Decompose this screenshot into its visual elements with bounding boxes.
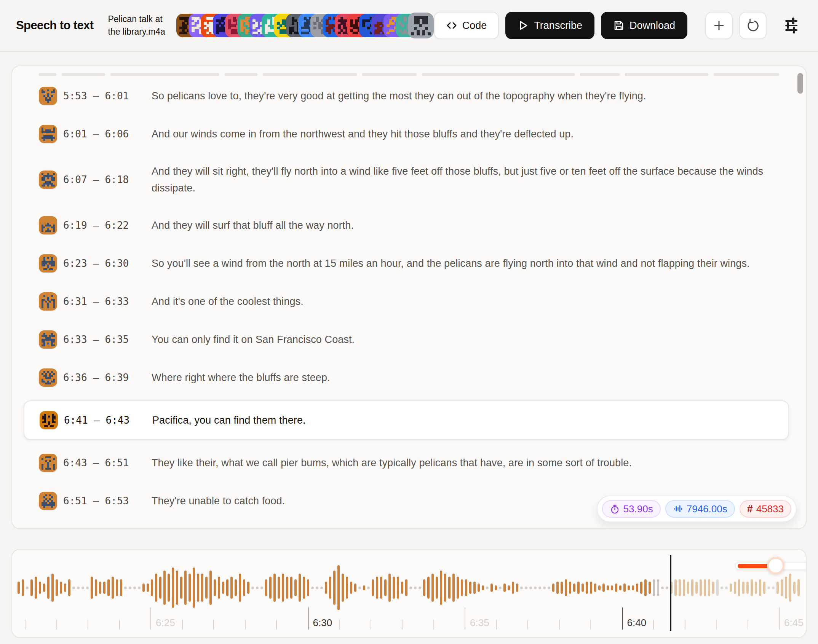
waveform-bar: [184, 571, 187, 605]
waveform-bar: [793, 582, 796, 594]
waveform-bar: [529, 587, 532, 589]
waveform-bar: [230, 577, 233, 599]
zoom-slider[interactable]: [735, 562, 807, 570]
waveform-footer: 6:256:306:356:406:45: [11, 549, 807, 638]
waveform-bar: [358, 587, 361, 589]
segment-time-range: 6:31 – 6:33: [63, 296, 133, 307]
transcript-rows: 5:53 – 6:01So pelicans love to, they're …: [12, 71, 806, 520]
waveform-bar: [781, 579, 783, 596]
waveform-bar: [763, 582, 765, 594]
timeline-minor-tick: [653, 620, 654, 630]
waveform-bar: [640, 582, 642, 594]
play-icon: [518, 20, 529, 31]
waveform-bar: [590, 582, 592, 594]
settings-sliders-icon[interactable]: [781, 15, 802, 36]
download-button-label: Download: [629, 20, 675, 32]
stopwatch-icon: [610, 504, 620, 514]
waveform-bar: [120, 579, 122, 596]
segment-identicon: [39, 292, 57, 311]
zoom-slider-knob[interactable]: [767, 557, 784, 574]
segment-identicon: [39, 330, 57, 349]
transcript-row[interactable]: 5:53 – 6:01So pelicans love to, they're …: [39, 77, 779, 115]
waveform-bar: [452, 574, 455, 602]
waveform-bar: [738, 579, 740, 596]
waveform-bar: [384, 579, 387, 596]
waveform-bar: [427, 577, 430, 599]
waveform-bar: [772, 587, 775, 589]
hash-icon: #: [747, 503, 753, 515]
waveform-bar: [201, 574, 203, 602]
waveform-seek-area[interactable]: [18, 559, 800, 616]
waveform-bar: [95, 579, 97, 596]
waveform-bar: [51, 574, 54, 602]
segment-text: And they will sit right, they'll fly nor…: [152, 163, 779, 196]
waveform-bar: [615, 583, 617, 592]
transcript-row[interactable]: 6:36 – 6:39Where right where the bluffs …: [39, 359, 779, 397]
waveform-bar: [18, 582, 20, 594]
model-avatar[interactable]: [408, 13, 434, 38]
timeline-label: 6:25: [156, 617, 175, 629]
timeline-minor-tick: [339, 620, 340, 630]
waveform-bar: [60, 582, 62, 594]
waveform-bar: [401, 582, 403, 594]
reset-button[interactable]: [739, 12, 767, 39]
waveform-bar: [708, 579, 710, 596]
waveform-bar: [107, 579, 110, 596]
transcript-row[interactable]: 6:07 – 6:18And they will sit right, they…: [39, 153, 779, 206]
transcript-row[interactable]: 6:33 – 6:35You can only find it on San F…: [39, 320, 779, 359]
segment-text: And it's one of the coolest things.: [152, 293, 304, 310]
audio-filename: Pelican talk at the library.m4a: [108, 13, 172, 38]
waveform-bar: [103, 582, 105, 594]
waveform-bar: [704, 579, 706, 596]
segment-identicon: [39, 454, 57, 472]
waveform-bar: [751, 579, 753, 596]
waveform-bar: [712, 582, 714, 594]
token-count-value: 45833: [756, 503, 784, 515]
code-icon: [446, 20, 457, 31]
code-button[interactable]: Code: [434, 12, 499, 39]
segment-identicon: [40, 411, 58, 429]
waveform-bar: [649, 582, 651, 594]
waveform-bar: [380, 577, 382, 599]
transcript-row[interactable]: 6:01 – 6:06And our winds come in from th…: [39, 115, 779, 153]
waveform-bar: [151, 579, 153, 596]
scrollbar-thumb[interactable]: [797, 73, 803, 94]
highlighted-segment-card[interactable]: 6:41 – 6:43Pacifica, you can find them t…: [24, 400, 789, 440]
waveform-bar: [251, 587, 254, 589]
segment-text: So you'll see a wind from the north at 1…: [152, 255, 750, 272]
timeline-minor-tick: [371, 620, 371, 630]
transcript-row[interactable]: 6:43 – 6:51They like their, what we call…: [39, 444, 779, 482]
transcript-row[interactable]: 6:19 – 6:22And they will surf that bluff…: [39, 206, 779, 244]
transcript-row[interactable]: 6:31 – 6:33And it's one of the coolest t…: [39, 282, 779, 320]
segment-time-range: 6:41 – 6:43: [64, 414, 133, 426]
segment-identicon: [39, 368, 57, 387]
waveform-bar: [644, 579, 647, 596]
transcribe-button[interactable]: Transcribe: [505, 12, 594, 39]
waveform-bar: [64, 583, 66, 592]
transcript-row[interactable]: 6:41 – 6:43Pacifica, you can find them t…: [40, 406, 778, 435]
waveform-bar: [320, 587, 323, 589]
timeline-minor-tick: [276, 620, 277, 630]
timeline-minor-tick: [402, 620, 403, 630]
timeline-minor-tick: [716, 620, 717, 630]
waveform-bar: [290, 577, 292, 599]
playhead[interactable]: [670, 555, 671, 631]
waveform-bar: [503, 583, 506, 592]
transcribe-button-label: Transcribe: [534, 20, 582, 32]
waveform-bar: [142, 583, 145, 592]
waveform-bar: [235, 579, 237, 596]
timeline-minor-tick: [245, 620, 246, 630]
timeline-minor-tick: [433, 620, 434, 630]
waveform-bar: [260, 587, 263, 589]
waveform-bar: [721, 587, 723, 589]
transcript-row[interactable]: 6:23 – 6:30So you'll see a wind from the…: [39, 244, 779, 282]
waveform-bar: [273, 574, 276, 602]
waveform-bar: [716, 579, 719, 596]
add-button[interactable]: [705, 12, 733, 39]
duration-badge: 53.90s: [602, 500, 661, 518]
waveform-bar: [700, 579, 702, 596]
waveform-bar: [99, 582, 101, 594]
waveform-bar: [556, 582, 559, 594]
download-button[interactable]: Download: [601, 12, 687, 39]
header-actions: Code Transcribe Download: [434, 12, 802, 39]
